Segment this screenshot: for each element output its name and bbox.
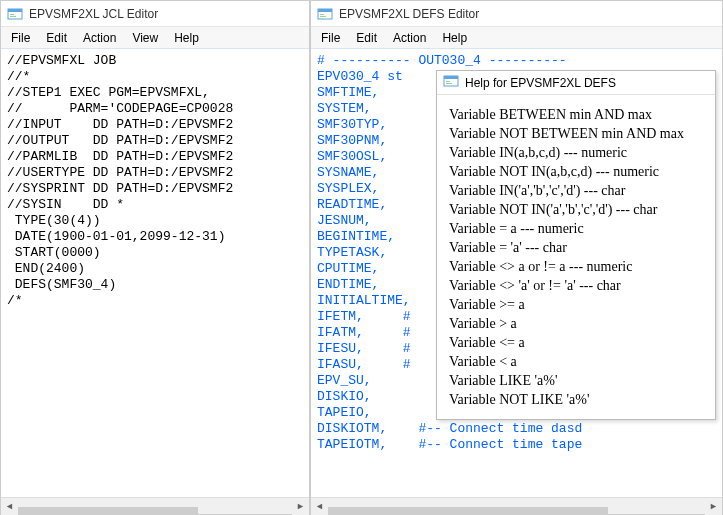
help-line: Variable >= a	[449, 295, 703, 314]
help-line: Variable > a	[449, 314, 703, 333]
svg-rect-10	[446, 81, 450, 82]
help-line: Variable = a --- numeric	[449, 219, 703, 238]
help-popup: Help for EPVSMF2XL DEFS Variable BETWEEN…	[436, 70, 716, 420]
menu-file[interactable]: File	[313, 29, 348, 47]
help-title: Help for EPVSMF2XL DEFS	[465, 76, 616, 90]
menu-view[interactable]: View	[124, 29, 166, 47]
scroll-thumb[interactable]	[328, 507, 608, 515]
scroll-left-icon[interactable]: ◄	[1, 498, 18, 515]
scroll-right-icon[interactable]: ►	[292, 498, 309, 515]
menu-edit[interactable]: Edit	[38, 29, 75, 47]
scroll-right-icon[interactable]: ►	[705, 498, 722, 515]
help-line: Variable BETWEEN min AND max	[449, 105, 703, 124]
defs-menu-bar: File Edit Action Help	[311, 27, 722, 49]
defs-title: EPVSMF2XL DEFS Editor	[339, 7, 479, 21]
svg-rect-5	[318, 9, 332, 12]
menu-action[interactable]: Action	[385, 29, 434, 47]
jcl-title-bar[interactable]: EPVSMF2XL JCL Editor	[1, 1, 309, 27]
help-line: Variable <> 'a' or != 'a' --- char	[449, 276, 703, 295]
jcl-h-scrollbar[interactable]: ◄ ►	[1, 497, 309, 514]
help-line: Variable LIKE 'a%'	[449, 371, 703, 390]
help-line: Variable <= a	[449, 333, 703, 352]
jcl-title: EPVSMF2XL JCL Editor	[29, 7, 158, 21]
help-line: Variable NOT IN('a','b','c','d') --- cha…	[449, 200, 703, 219]
help-line: Variable = 'a' --- char	[449, 238, 703, 257]
help-line: Variable IN('a','b','c','d') --- char	[449, 181, 703, 200]
jcl-text-area[interactable]: //EPVSMFXL JOB //* //STEP1 EXEC PGM=EPVS…	[1, 49, 309, 497]
svg-rect-7	[320, 16, 326, 17]
help-line: Variable < a	[449, 352, 703, 371]
app-icon	[443, 73, 459, 92]
defs-title-bar[interactable]: EPVSMF2XL DEFS Editor	[311, 1, 722, 27]
svg-rect-6	[320, 14, 324, 15]
menu-help[interactable]: Help	[166, 29, 207, 47]
app-icon	[7, 6, 23, 22]
scroll-thumb[interactable]	[18, 507, 198, 515]
svg-rect-1	[8, 9, 22, 12]
menu-help[interactable]: Help	[434, 29, 475, 47]
svg-rect-11	[446, 83, 452, 84]
app-icon	[317, 6, 333, 22]
help-line: Variable NOT BETWEEN min AND max	[449, 124, 703, 143]
help-title-bar[interactable]: Help for EPVSMF2XL DEFS	[437, 71, 715, 95]
help-line: Variable <> a or != a --- numeric	[449, 257, 703, 276]
help-line: Variable IN(a,b,c,d) --- numeric	[449, 143, 703, 162]
menu-file[interactable]: File	[3, 29, 38, 47]
help-line: Variable NOT LIKE 'a%'	[449, 390, 703, 409]
jcl-menu-bar: File Edit Action View Help	[1, 27, 309, 49]
menu-action[interactable]: Action	[75, 29, 124, 47]
svg-rect-2	[10, 14, 14, 15]
help-line: Variable NOT IN(a,b,c,d) --- numeric	[449, 162, 703, 181]
help-body: Variable BETWEEN min AND max Variable NO…	[437, 95, 715, 419]
defs-h-scrollbar[interactable]: ◄ ►	[311, 497, 722, 514]
jcl-editor-window: EPVSMF2XL JCL Editor File Edit Action Vi…	[0, 0, 310, 515]
svg-rect-9	[444, 76, 458, 79]
scroll-left-icon[interactable]: ◄	[311, 498, 328, 515]
menu-edit[interactable]: Edit	[348, 29, 385, 47]
svg-rect-3	[10, 16, 16, 17]
